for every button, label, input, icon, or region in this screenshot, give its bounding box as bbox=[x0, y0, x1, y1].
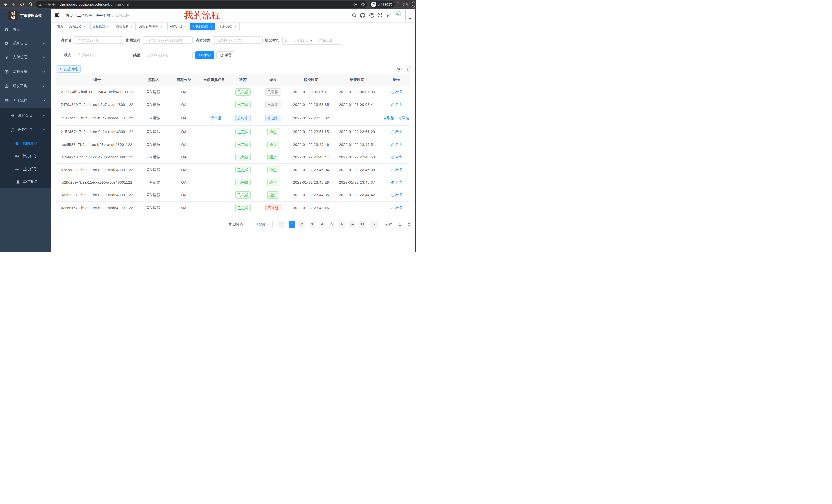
svg-text:¥: ¥ bbox=[6, 55, 8, 59]
